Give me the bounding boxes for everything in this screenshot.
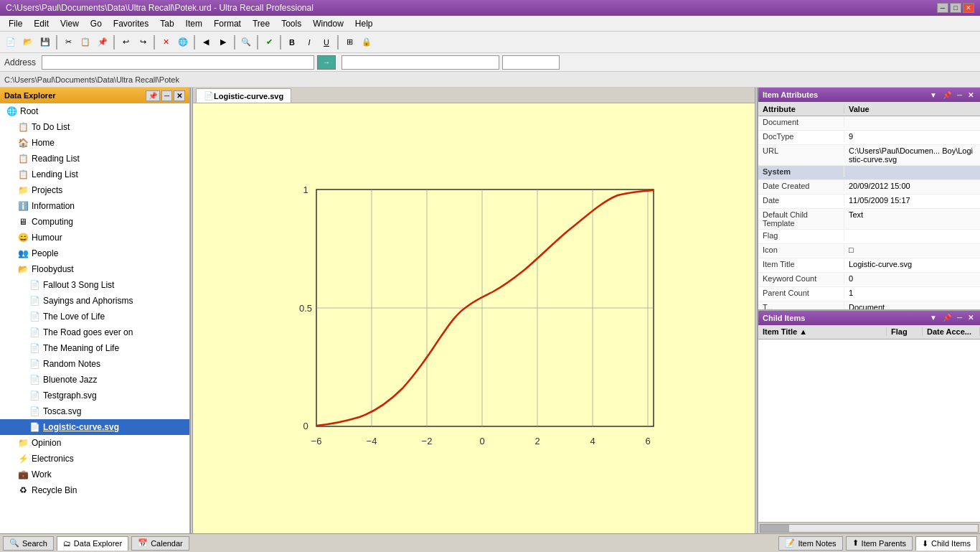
tree-item-humour[interactable]: 😄Humour: [0, 230, 189, 245]
toolbar-new[interactable]: 📄: [3, 34, 19, 50]
attr-value-11: 1: [844, 287, 980, 299]
tree-item-electronics[interactable]: ⚡Electronics: [0, 451, 189, 467]
child-scrollbar[interactable]: [760, 524, 979, 533]
menu-item-view[interactable]: View: [55, 17, 85, 30]
toolbar-search[interactable]: 🔍: [238, 34, 254, 50]
attr-pin[interactable]: 📌: [941, 91, 953, 99]
panel-close[interactable]: ✕: [174, 90, 185, 101]
svg-chart-container: 1 0.5 0 −6 −4 −2 0 2 4 6: [200, 111, 748, 526]
attr-dropdown[interactable]: ▼: [928, 91, 939, 99]
bottom-child-items[interactable]: ⬇ Child Items: [915, 536, 977, 551]
tree-item-meaning[interactable]: 📄The Meaning of Life: [0, 340, 189, 356]
menu-item-item[interactable]: Item: [180, 17, 208, 30]
attr-name-5: Date: [758, 195, 844, 206]
third-address-input[interactable]: [502, 55, 560, 70]
tree-item-recycle[interactable]: ♻Recycle Bin: [0, 482, 189, 498]
panel-title: Data Explorer: [4, 91, 56, 100]
bottom-item-notes[interactable]: 📝 Item Notes: [778, 536, 842, 551]
tree-item-logistic[interactable]: 📄Logistic-curve.svg: [0, 419, 189, 435]
tree-item-tosca[interactable]: 📄Tosca.svg: [0, 403, 189, 419]
menu-item-format[interactable]: Format: [208, 17, 247, 30]
tree-item-todo[interactable]: 📋To Do List: [0, 119, 189, 135]
panel-minimize[interactable]: ─: [161, 90, 172, 101]
attr-minimize[interactable]: ─: [955, 91, 964, 99]
menu-item-window[interactable]: Window: [307, 17, 349, 30]
tree-item-sayings[interactable]: 📄Sayings and Aphorisms: [0, 293, 189, 309]
tab-logistic[interactable]: 📄 Logistic-curve.svg: [196, 88, 291, 103]
tree-item-bluenote[interactable]: 📄Bluenote Jazz: [0, 372, 189, 388]
secondary-address-input[interactable]: [341, 55, 499, 70]
toolbar-u[interactable]: U: [319, 34, 334, 50]
search-icon: 🔍: [9, 538, 19, 548]
attr-name-8: Icon: [758, 244, 844, 256]
toolbar-lock[interactable]: 🔒: [359, 34, 374, 50]
child-items-icon: ⬇: [922, 539, 928, 548]
tree-item-root[interactable]: 🌐Root: [0, 103, 189, 119]
menu-item-help[interactable]: Help: [349, 17, 379, 30]
tree-item-lovelive[interactable]: 📄The Love of Life: [0, 309, 189, 324]
tree-item-opinion[interactable]: 📁Opinion: [0, 435, 189, 451]
tree-item-floobydust[interactable]: 📂Floobydust: [0, 261, 189, 277]
toolbar-forward[interactable]: ▶: [215, 34, 231, 50]
toolbar-open[interactable]: 📂: [20, 34, 36, 50]
address-input[interactable]: [42, 55, 314, 70]
child-pin[interactable]: 📌: [941, 314, 953, 322]
child-scrollbar-thumb[interactable]: [760, 525, 789, 532]
tree-label-root: Root: [20, 106, 38, 116]
bottom-calendar[interactable]: 📅 Calendar: [131, 536, 189, 551]
tree-item-lending[interactable]: 📋Lending List: [0, 167, 189, 182]
tree-item-roadgoes[interactable]: 📄The Road goes ever on: [0, 324, 189, 340]
menu-item-favorites[interactable]: Favorites: [108, 17, 154, 30]
bottom-search[interactable]: 🔍 Search: [3, 536, 54, 551]
toolbar-i[interactable]: I: [301, 34, 317, 50]
tree-item-home[interactable]: 🏠Home: [0, 135, 189, 151]
tree-item-information[interactable]: ℹ️Information: [0, 198, 189, 214]
tree-item-projects[interactable]: 📁Projects: [0, 182, 189, 198]
tree-item-work[interactable]: 💼Work: [0, 467, 189, 482]
toolbar-home[interactable]: 🌐: [175, 34, 191, 50]
toolbar-cut[interactable]: ✂: [60, 34, 76, 50]
menu-item-tree[interactable]: Tree: [247, 17, 275, 30]
file-icon: 📄: [29, 390, 40, 401]
tree-label-meaning: The Meaning of Life: [43, 343, 119, 353]
tree-item-reading[interactable]: 📋Reading List: [0, 151, 189, 167]
tree-item-people[interactable]: 👥People: [0, 245, 189, 261]
tree-item-computing[interactable]: 🖥Computing: [0, 214, 189, 230]
attr-close[interactable]: ✕: [966, 91, 976, 99]
tree-item-testgraph[interactable]: 📄Testgraph.svg: [0, 388, 189, 403]
item-notes-label: Item Notes: [798, 539, 836, 548]
child-minimize[interactable]: ─: [955, 314, 964, 322]
toolbar-undo[interactable]: ↩: [118, 34, 133, 50]
tree-label-bluenote: Bluenote Jazz: [43, 375, 97, 385]
toolbar-save[interactable]: 💾: [37, 34, 53, 50]
child-close[interactable]: ✕: [966, 314, 976, 322]
child-dropdown[interactable]: ▼: [928, 314, 939, 322]
child-col-title[interactable]: Item Title ▲: [758, 327, 887, 336]
toolbar-grid[interactable]: ⊞: [341, 34, 357, 50]
menu-item-edit[interactable]: Edit: [28, 17, 55, 30]
child-col-flag[interactable]: Flag: [887, 327, 923, 336]
toolbar-copy[interactable]: 📋: [77, 34, 93, 50]
tree-item-random[interactable]: 📄Random Notes: [0, 356, 189, 372]
menu-item-file[interactable]: File: [3, 17, 28, 30]
svg-text:1: 1: [303, 184, 308, 195]
bottom-item-parents[interactable]: ⬆ Item Parents: [846, 536, 913, 551]
list-icon: 📋: [17, 169, 29, 180]
toolbar-b[interactable]: B: [284, 34, 300, 50]
toolbar-redo[interactable]: ↪: [135, 34, 151, 50]
toolbar-check[interactable]: ✔: [261, 34, 277, 50]
bottom-data-explorer[interactable]: 🗂 Data Explorer: [57, 536, 128, 551]
menu-item-tools[interactable]: Tools: [275, 17, 307, 30]
maximize-button[interactable]: □: [950, 3, 961, 13]
panel-pin[interactable]: 📌: [146, 90, 160, 101]
close-button[interactable]: ✕: [963, 3, 974, 13]
child-col-date[interactable]: Date Acce...: [923, 327, 980, 336]
address-go-button[interactable]: →: [317, 55, 336, 70]
toolbar-back[interactable]: ◀: [198, 34, 214, 50]
toolbar-paste[interactable]: 📌: [95, 34, 110, 50]
toolbar-delete[interactable]: ✕: [158, 34, 174, 50]
menu-item-tab[interactable]: Tab: [154, 17, 179, 30]
menu-item-go[interactable]: Go: [85, 17, 108, 30]
tree-item-fallout[interactable]: 📄Fallout 3 Song List: [0, 277, 189, 293]
minimize-button[interactable]: ─: [937, 3, 948, 13]
